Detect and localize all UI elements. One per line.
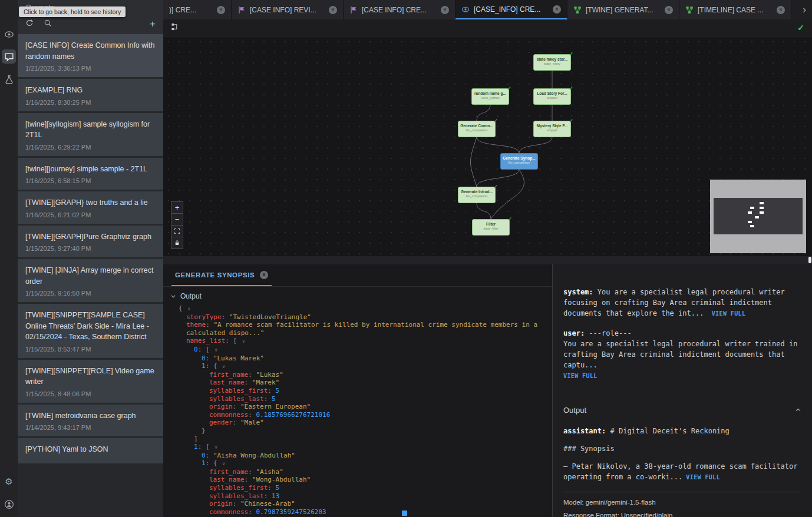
panel-drag-handle[interactable] [402, 511, 407, 516]
view-full-link[interactable]: VIEW FULL [686, 474, 720, 480]
node-title: Generate Synop... [501, 156, 537, 161]
tab[interactable]: [TWINE] GENERAT...× [567, 0, 679, 19]
list-item[interactable]: [twine][syllogism] sample syllogism for … [18, 113, 163, 156]
json-tree: { ∨storyType: "TwistedLoveTriangle"theme… [170, 304, 547, 517]
tab-generate-synopsis[interactable]: GENERATE SYNOPSIS × [171, 264, 272, 286]
node-type: state_mkey [534, 62, 570, 66]
view-full-link[interactable]: VIEW FULL [712, 310, 746, 317]
check-icon: ✓ [569, 51, 573, 57]
tab-bar: )] CRE...×[CASE INFO] REVI...×[CASE INFO… [163, 0, 812, 19]
chevron-down-icon [170, 293, 176, 299]
prompts-icon[interactable] [2, 49, 16, 64]
node-title: Filter [473, 222, 509, 227]
collapse-caret-icon[interactable]: ∨ [220, 461, 226, 466]
add-prompt-button[interactable]: + [150, 19, 156, 29]
list-item[interactable]: [TWINE][GRAPH} two truths and a lie1/16/… [18, 191, 163, 224]
node-title: random name g... [472, 91, 509, 96]
panel-resize-bar[interactable] [163, 256, 812, 264]
node-type: llm_completion [501, 161, 537, 165]
list-item[interactable]: [TWINE][GRAPH]Pure Graphviz graph1/15/20… [18, 226, 163, 258]
account-icon[interactable] [2, 497, 16, 511]
zoom-in-button[interactable]: + [171, 201, 183, 214]
zoom-out-button[interactable]: − [171, 213, 183, 226]
flask-icon[interactable] [2, 72, 16, 86]
sidebar: Prompts Click to go back, hold to see hi… [18, 0, 163, 517]
check-icon: ✓ [569, 118, 573, 124]
node-title: state mkey stor... [534, 57, 570, 62]
canvas-toolbar: ✓ [163, 19, 812, 37]
node-type: llm_completion [458, 194, 495, 198]
output-label: Output [180, 292, 202, 300]
check-icon: ✓ [493, 118, 498, 124]
list-item[interactable]: [CASE INFO] Create Common Info with rand… [18, 34, 163, 77]
node-title: Mystery Style F... [534, 124, 570, 128]
settings-gear-icon[interactable]: ⚙ [2, 475, 16, 489]
chevron-up-icon [795, 407, 801, 413]
panel-tab-label: GENERATE SYNOPSIS [175, 271, 255, 279]
lock-icon[interactable] [171, 237, 183, 249]
graph-node[interactable]: ✓Load Story For...snippet [533, 88, 571, 105]
node-title: Generate Introd... [458, 190, 495, 194]
refresh-icon[interactable] [25, 19, 34, 29]
close-icon[interactable]: × [441, 6, 449, 14]
node-type: state_filter [473, 227, 509, 231]
assistant-text: – Petar Nikolov, a 38-year-old romance s… [563, 462, 797, 481]
tab-label: [CASE INFO] CRE... [362, 6, 437, 14]
close-icon[interactable]: × [777, 6, 785, 14]
collapse-caret-icon[interactable]: ∨ [239, 339, 245, 344]
tab-label: [CASE_INFO] CRE... [474, 5, 549, 14]
user-message: user: ---role--- You are a specialist le… [563, 328, 801, 381]
collapse-caret-icon[interactable]: ∨ [220, 364, 226, 369]
tab-scroll-right-button[interactable]: › [797, 0, 812, 19]
output-section-header[interactable]: Output [563, 405, 801, 416]
tab[interactable]: )] CRE...× [163, 0, 232, 19]
run-inspector-panel: system: You are a specialist legal proce… [552, 264, 812, 517]
list-item[interactable]: [TWINE][SNIPPET][SAMPLE CASE] Online Thr… [18, 304, 163, 358]
graph-node[interactable]: ✓Generate Comm...llm_completion [458, 121, 496, 137]
close-icon[interactable]: × [217, 6, 225, 14]
node-type: exec_python [472, 96, 509, 100]
message-text: You are a specialist legal procedural wr… [563, 339, 801, 370]
list-item[interactable]: [TWINE] metroidvania case graph1/14/2025… [18, 405, 163, 437]
layout-icon[interactable] [171, 22, 180, 33]
list-item[interactable]: [PYTHON] Yaml to JSON [18, 438, 163, 463]
fit-view-button[interactable] [171, 225, 183, 237]
node-type: snippet [534, 96, 570, 100]
collapse-caret-icon[interactable]: ∨ [212, 347, 218, 353]
collapse-caret-icon[interactable]: ∨ [212, 445, 218, 450]
tab[interactable]: [CASE INFO] CRE...× [344, 0, 455, 19]
list-item[interactable]: [EXAMPLE] RNG1/16/2025, 8:30:25 PM [18, 79, 163, 111]
message-role: user: [563, 329, 585, 337]
minimap[interactable] [710, 180, 806, 253]
output-collapse-header[interactable]: Output [170, 292, 547, 300]
resize-grip[interactable] [808, 257, 811, 263]
collapse-caret-icon[interactable]: ∨ [185, 306, 191, 311]
list-item[interactable]: [twine][journey] simple sample - 2T1L1/1… [18, 158, 163, 190]
tab-label: [CASE INFO] REVI... [250, 6, 325, 14]
graph-node[interactable]: ✓Generate Synop...llm_completion [500, 153, 538, 170]
eye-icon[interactable] [2, 27, 16, 41]
zoom-controls: + − [171, 202, 183, 249]
search-icon[interactable] [44, 19, 52, 29]
output-label: Output [563, 405, 586, 416]
close-icon[interactable]: × [329, 6, 337, 14]
graph-node[interactable]: ✓random name g...exec_python [471, 88, 509, 105]
system-message: system: You are a specialist legal proce… [563, 287, 801, 319]
list-item[interactable]: [TWINE] [JINJA] Array merge in correct o… [18, 259, 163, 302]
close-icon[interactable]: × [665, 6, 673, 14]
activity-bar: ⚙ [0, 0, 18, 517]
list-item[interactable]: [TWINE][SNIPPET][ROLE] Video game writer… [18, 360, 163, 403]
graph-node[interactable]: ✓Mystery Style F...snippet [533, 121, 571, 137]
close-icon[interactable]: × [260, 271, 268, 279]
tab[interactable]: [TIMELINE] CASE ...× [679, 0, 791, 19]
assistant-subheading: ### Synopsis [563, 443, 801, 454]
graph-node[interactable]: ✓Generate Introd...llm_completion [458, 187, 496, 203]
tab[interactable]: [CASE_INFO] CRE...× [455, 0, 567, 19]
graph-canvas[interactable]: ✓state mkey stor...state_mkey✓random nam… [163, 37, 812, 256]
graph-node[interactable]: ✓state mkey stor...state_mkey [533, 54, 571, 71]
tab[interactable]: [CASE INFO] REVI...× [232, 0, 344, 19]
tab-label: )] CRE... [169, 6, 213, 14]
close-icon[interactable]: × [553, 5, 561, 14]
graph-node[interactable]: ✓Filterstate_filter [472, 219, 510, 236]
view-full-link[interactable]: VIEW FULL [563, 373, 598, 379]
